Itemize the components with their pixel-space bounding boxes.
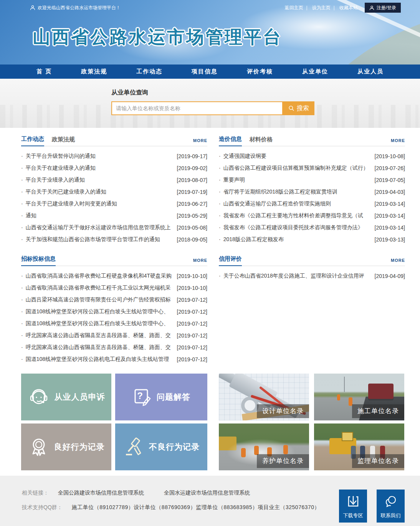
news-title[interactable]: 国道108线神堂堡至砂河段公路机电工程及白坡头主线站管理: [21, 356, 175, 363]
register-login-button[interactable]: 注册/登录: [365, 3, 401, 13]
headset-icon: [28, 386, 50, 408]
nav-home[interactable]: 首 页: [36, 68, 52, 75]
news-title[interactable]: 关于平台升级暂停访问的通知: [21, 153, 175, 160]
tile-personnel-appeal[interactable]: 从业人员申诉: [21, 374, 111, 420]
worker-decoration: [337, 394, 340, 400]
table-row: 关于加强和规范山西省公路市场管理平台管理工作的通知[2018-09-05]: [21, 233, 207, 245]
news-title[interactable]: 关于公布山西省2018年度公路施工、监理和设计企业信用评: [219, 273, 372, 280]
news-date: [2019-09-17]: [177, 153, 207, 159]
worker-decoration: [283, 445, 288, 454]
tab-credit-evaluation[interactable]: 信用评价: [219, 255, 242, 266]
news-title[interactable]: 山西省公路工程建设项目估算概算预算编制补充规定（试行）: [219, 165, 372, 172]
news-title[interactable]: 平台关于已建业绩录入时间变更的通知: [21, 200, 175, 207]
tile-label: 问题解答: [157, 392, 190, 402]
news-title[interactable]: 平台关于在建业绩录入的通知: [21, 165, 175, 172]
news-date: [2019-09-02]: [177, 165, 207, 171]
photo-maintenance-directory[interactable]: 养护单位名录: [219, 423, 309, 470]
news-title[interactable]: 呼北国家高速公路山西省隰县至吉县段路基、桥隧、路面、交: [21, 332, 175, 339]
more-link[interactable]: MORE: [193, 258, 207, 266]
tile-label: 从业人员申诉: [55, 392, 105, 402]
news-title[interactable]: 平台关于关闭已建业绩录入的通知: [21, 189, 175, 195]
register-login-label: 注册/登录: [377, 5, 396, 11]
news-title[interactable]: 山西省取消高速公路省界收费站工程硬盘录像机和4T硬盘采购: [21, 273, 175, 280]
news-title[interactable]: 关于加强和规范山西省公路市场管理平台管理工作的通知: [21, 236, 175, 243]
tab-bidding-info[interactable]: 招标投标信息: [21, 255, 56, 266]
news-title[interactable]: 山西省交通运输厅公路工程造价管理实施细则: [219, 200, 372, 207]
news-date: [2019-07-12]: [177, 309, 207, 315]
photo-supervision-directory[interactable]: 监理单位名录: [314, 423, 404, 470]
tile-good-behavior[interactable]: 良好行为记录: [21, 423, 111, 470]
news-title[interactable]: 山西省交通运输厅关于做好水运建设市场信用信息管理系统上: [21, 224, 175, 231]
nav-evaluation[interactable]: 评价考核: [247, 68, 273, 75]
news-date: [2018-09-05]: [177, 237, 207, 243]
download-zone-button[interactable]: 下载专区: [339, 490, 367, 523]
news-date: [2019-07-12]: [177, 356, 207, 362]
news-title[interactable]: 国道108线神堂堡至砂河段公路工程白坡头主线站管理中心、: [21, 308, 175, 315]
table-row: 国道108线神堂堡至砂河段公路工程白坡头主线站管理中心、[2019-07-12]: [21, 318, 207, 329]
news-title[interactable]: 我省发布《公路工程主要地方性材料价差调整指导意见（试: [219, 212, 372, 219]
search-section-title: 从业单位查询: [111, 89, 314, 97]
table-row: 2018版公路工程定额发布[2019-03-13]: [219, 233, 405, 245]
tab-policy[interactable]: 政策法规: [52, 136, 75, 146]
nav-companies[interactable]: 从业单位: [302, 68, 328, 75]
news-date: [2019-03-13]: [375, 237, 405, 243]
search-button[interactable]: 搜索: [283, 101, 314, 115]
link-national-waterway-credit[interactable]: 全国水运建设市场信用信息管理系统: [164, 490, 250, 496]
topbar: 欢迎光临山西省公路水运市场管理平台！ 返回主页 设为主页 收藏本站 注册/登录: [0, 0, 420, 15]
photo-label: 养护单位名录: [257, 454, 309, 468]
news-title[interactable]: 国道108线神堂堡至砂河段公路工程白坡头主线站管理中心、: [21, 320, 175, 327]
section-work-news: 工作动态 政策法规 MORE 关于平台升级暂停访问的通知[2019-09-17]…: [21, 135, 207, 245]
link-return-home[interactable]: 返回主页: [283, 5, 309, 11]
tile-question-answer[interactable]: ? 问题解答: [115, 374, 207, 420]
main-nav: 首 页 政策法规 工作动态 项目信息 评价考核 从业单位 从业人员: [0, 65, 420, 79]
news-title[interactable]: 呼北国家高速公路山西省隰县至吉县段路基、桥隧、路面、交: [21, 344, 175, 351]
nav-work-news[interactable]: 工作动态: [136, 68, 162, 75]
news-title[interactable]: 山西省取消高速公路省界收费站工程千兆工业以太网光端机采: [21, 285, 175, 291]
link-favorite[interactable]: 收藏本站: [338, 5, 359, 11]
photo-construction-directory[interactable]: 施工单位名录: [314, 374, 404, 420]
welcome-text: 欢迎光临山西省公路水运市场管理平台！: [38, 5, 121, 11]
topbar-links: 返回主页 设为主页 收藏本站 注册/登录: [283, 3, 401, 13]
tab-material-price[interactable]: 材料价格: [250, 136, 273, 146]
news-title[interactable]: 2018版公路工程定额发布: [219, 236, 372, 243]
tile-label: 不良行为记录: [149, 442, 200, 452]
photo-label: 施工单位名录: [352, 404, 404, 418]
more-link[interactable]: MORE: [193, 138, 207, 146]
nav-personnel[interactable]: 从业人员: [357, 68, 384, 75]
more-link[interactable]: MORE: [391, 138, 405, 146]
news-title[interactable]: 我省发布《公路工程建设项目委托技术咨询服务管理办法》: [219, 224, 372, 231]
nav-policy[interactable]: 政策法规: [81, 68, 107, 75]
qq-group-numbers: 施工单位（891027789）设计单位（887690369）监理单位（88368…: [72, 504, 320, 511]
news-title[interactable]: 山西吕梁环城高速公路管理有限责任公司户外广告经营权招标: [21, 296, 175, 303]
table-row: 关于公布山西省2018年度公路施工、监理和设计企业信用评[2019-04-09]: [219, 270, 405, 282]
search-input[interactable]: [111, 101, 283, 115]
tab-cost-info[interactable]: 造价信息: [219, 136, 242, 146]
nav-projects[interactable]: 项目信息: [192, 68, 218, 75]
tile-bad-behavior[interactable]: 不良行为记录: [115, 423, 207, 470]
worker-decoration: [254, 446, 259, 455]
table-row: 我省发布《公路工程建设项目委托技术咨询服务管理办法》[2019-03-14]: [219, 222, 405, 233]
table-row: 呼北国家高速公路山西省隰县至吉县段路基、桥隧、路面、交[2019-07-12]: [21, 341, 207, 353]
related-links-label: 相关链接：: [22, 490, 49, 496]
table-row: 交通强国建设纲要[2019-10-08]: [219, 150, 405, 162]
table-row: 山西省取消高速公路省界收费站工程千兆工业以太网光端机采[2019-10-10]: [21, 282, 207, 294]
more-link[interactable]: MORE: [391, 258, 405, 266]
news-title[interactable]: 省厅将于近期组织2018版公路工程定额宣贯培训: [219, 189, 372, 195]
question-icon: ?: [132, 387, 152, 407]
photo-design-directory[interactable]: 设计单位名录: [219, 374, 309, 420]
news-title[interactable]: 通知: [21, 212, 175, 219]
contact-us-button[interactable]: 联系我们: [377, 490, 405, 523]
news-title[interactable]: 交通强国建设纲要: [219, 153, 372, 160]
tile-label: 良好行为记录: [54, 442, 105, 452]
main-content: 工作动态 政策法规 MORE 关于平台升级暂停访问的通知[2019-09-17]…: [0, 128, 420, 476]
news-title[interactable]: 重要声明: [219, 177, 372, 184]
link-set-home[interactable]: 设为主页: [311, 5, 336, 11]
table-row: 国道108线神堂堡至砂河段公路工程白坡头主线站管理中心、[2019-07-12]: [21, 306, 207, 318]
svg-text:?: ?: [137, 390, 143, 401]
link-national-highway-credit[interactable]: 全国公路建设市场信用信息管理系统: [58, 490, 144, 496]
table-row: 国道108线神堂堡至砂河段公路机电工程及白坡头主线站管理[2019-07-12]: [21, 353, 207, 365]
tab-work-news[interactable]: 工作动态: [21, 136, 44, 146]
news-title[interactable]: 平台关于业绩录入的通知: [21, 177, 175, 184]
quick-action-tiles: 从业人员申诉 ? 问题解答: [21, 374, 207, 470]
news-date: [2019-07-05]: [375, 177, 405, 183]
